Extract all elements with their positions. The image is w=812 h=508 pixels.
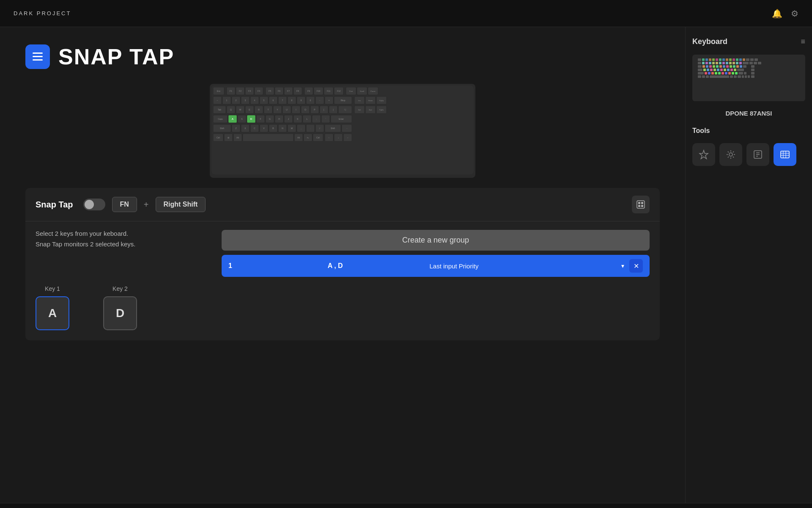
toggle-thumb: [85, 200, 94, 209]
svg-rect-228: [743, 65, 746, 68]
svg-text:F1: F1: [230, 90, 232, 92]
svg-text:Q: Q: [230, 108, 232, 111]
svg-text:N: N: [282, 127, 283, 130]
svg-text:W: W: [239, 108, 241, 111]
svg-text:.: .: [310, 127, 310, 130]
svg-rect-200: [705, 62, 708, 64]
svg-rect-202: [712, 62, 715, 64]
key2-visual[interactable]: D: [103, 296, 137, 330]
svg-text:F11: F11: [327, 90, 331, 92]
snap-settings-button[interactable]: [632, 196, 650, 213]
svg-rect-215: [698, 65, 702, 68]
svg-rect-197: [754, 58, 758, 61]
snap-tap-toggle[interactable]: [83, 199, 105, 210]
svg-marker-268: [700, 150, 708, 159]
svg-text:Shift: Shift: [331, 127, 335, 130]
svg-rect-198: [698, 62, 701, 64]
scrollbar-area: [0, 503, 812, 508]
svg-rect-212: [749, 62, 753, 64]
effects-tool-button[interactable]: [692, 143, 715, 166]
svg-text:F7: F7: [287, 90, 290, 92]
create-group-button[interactable]: Create a new group: [222, 230, 650, 251]
svg-text:~: ~: [217, 99, 218, 102]
snap-left: Select 2 keys from your keboard. Snap Ta…: [36, 230, 205, 277]
svg-rect-259: [734, 75, 737, 78]
keyboard-svg-wrapper: Esc F1 F2 F3 F4 F5 F6 F7: [210, 84, 475, 178]
keyboard-thumb-svg: [696, 57, 802, 99]
svg-text:Ins: Ins: [358, 99, 360, 102]
svg-text:7: 7: [282, 99, 283, 102]
svg-rect-267: [751, 75, 754, 78]
content-area: SNAP TAP Esc F1 F2 F3: [0, 27, 685, 503]
svg-text:Del: Del: [358, 109, 361, 111]
svg-rect-218: [709, 65, 712, 68]
keyboard-thumbnail: [692, 55, 805, 101]
svg-rect-240: [737, 69, 744, 71]
svg-text:Scroll: Scroll: [360, 90, 364, 92]
app-icon: [25, 44, 50, 69]
svg-rect-242: [705, 72, 707, 75]
svg-rect-201: [709, 62, 711, 64]
svg-text:O: O: [304, 108, 306, 111]
group-delete-button[interactable]: ✕: [629, 259, 643, 273]
svg-text:9: 9: [301, 99, 302, 102]
svg-rect-254: [698, 75, 701, 78]
sidebar-menu-icon[interactable]: ≡: [801, 37, 805, 46]
svg-text:↓: ↓: [338, 136, 339, 139]
svg-point-269: [729, 153, 732, 156]
svg-rect-256: [706, 75, 709, 78]
page-title-row: SNAP TAP: [25, 44, 660, 69]
plus-sign: +: [144, 200, 149, 210]
key2-slot: Key 2 D: [103, 285, 137, 330]
svg-rect-203: [716, 62, 718, 64]
svg-rect-223: [726, 65, 729, 68]
svg-text:Ctrl: Ctrl: [217, 136, 220, 139]
svg-text:0: 0: [310, 99, 311, 102]
svg-rect-194: [743, 58, 745, 61]
svg-text:PgDn: PgDn: [379, 109, 384, 111]
svg-text:Alt: Alt: [297, 136, 300, 139]
settings-icon[interactable]: ⚙: [791, 8, 798, 19]
svg-text:F2: F2: [239, 90, 241, 92]
key1-slot: Key 1 A: [36, 285, 69, 330]
lighting-tool-button[interactable]: [719, 143, 742, 166]
svg-rect-162: [243, 134, 294, 141]
svg-rect-175: [637, 201, 645, 208]
sidebar-title: Keyboard: [692, 37, 727, 46]
svg-text:Caps: Caps: [218, 118, 223, 120]
svg-text:F10: F10: [317, 90, 321, 92]
svg-text:Pause: Pause: [370, 90, 376, 92]
svg-text:Home: Home: [368, 99, 373, 102]
svg-rect-234: [717, 69, 719, 71]
macro-tool-button[interactable]: [746, 143, 769, 166]
topbar: DARK PROJECT 🔔 ⚙: [0, 0, 812, 27]
page-title: SNAP TAP: [58, 44, 174, 69]
svg-text:Bksp: Bksp: [340, 99, 345, 102]
toggle-track: [83, 199, 105, 210]
svg-text:End: End: [369, 109, 372, 111]
svg-rect-177: [641, 202, 643, 204]
svg-text:Shift: Shift: [220, 127, 225, 130]
brand-text: DARK PROJECT: [14, 10, 71, 17]
svg-rect-253: [744, 72, 746, 75]
snap-panel-header-right: [632, 196, 650, 213]
svg-text:↑: ↑: [346, 127, 347, 130]
svg-rect-179: [641, 205, 643, 207]
svg-line-275: [733, 157, 734, 157]
svg-rect-257: [710, 75, 729, 78]
svg-rect-217: [706, 65, 708, 68]
svg-text:5: 5: [263, 99, 265, 102]
svg-text:→: →: [347, 136, 349, 139]
svg-line-274: [728, 152, 729, 152]
key1-visual[interactable]: A: [36, 296, 69, 330]
snap-panel-body: Select 2 keys from your keboard. Snap Ta…: [25, 221, 660, 285]
group-keys: A , D: [241, 262, 430, 270]
svg-rect-191: [732, 58, 735, 61]
svg-rect-214: [758, 62, 761, 64]
notification-icon[interactable]: 🔔: [772, 8, 782, 19]
svg-text:Enter: Enter: [339, 118, 344, 120]
svg-text:D: D: [250, 118, 252, 120]
svg-rect-2: [33, 59, 43, 61]
snaptap-tool-button[interactable]: [774, 143, 796, 166]
svg-rect-248: [725, 72, 727, 75]
